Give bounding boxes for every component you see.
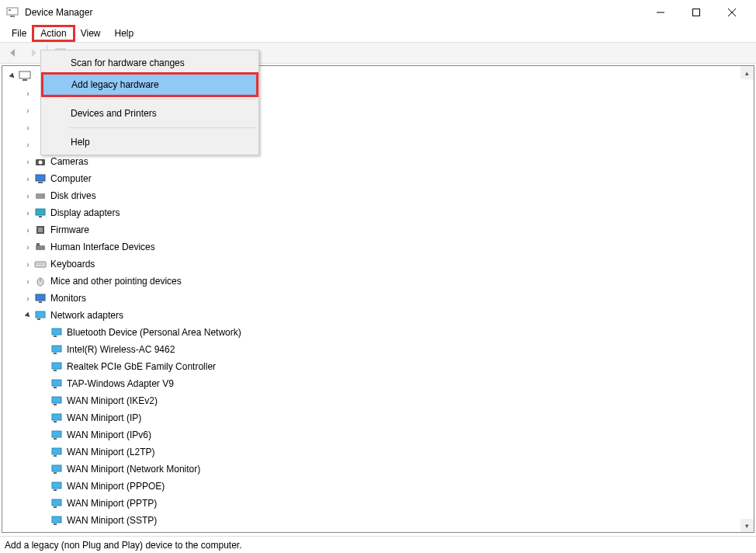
keyboard-icon (34, 258, 47, 270)
chevron-right-icon[interactable]: › (23, 139, 33, 150)
svg-rect-35 (52, 363, 61, 369)
net-ipv6[interactable]: WAN Miniport (IPv6) (2, 426, 754, 443)
network-adapter-icon (50, 395, 63, 407)
tree-label: Network adapters (50, 310, 123, 321)
svg-rect-2 (10, 16, 15, 17)
svg-rect-52 (54, 506, 57, 508)
tree-label: Disk drives (50, 190, 96, 201)
svg-point-16 (43, 196, 44, 197)
net-netmon[interactable]: WAN Miniport (Network Monitor) (2, 461, 754, 478)
tree-label: WAN Miniport (IP) (67, 412, 141, 423)
net-sstp[interactable]: WAN Miniport (SSTP) (2, 512, 754, 529)
net-bluetooth[interactable]: Bluetooth Device (Personal Area Network) (2, 324, 754, 341)
svg-rect-46 (54, 455, 57, 457)
svg-rect-44 (54, 438, 57, 440)
net-pptp[interactable]: WAN Miniport (PPTP) (2, 495, 754, 512)
scroll-up-button[interactable]: ▴ (740, 66, 754, 79)
network-adapter-icon (50, 377, 63, 390)
net-intel[interactable]: Intel(R) Wireless-AC 9462 (2, 341, 754, 358)
tree-label: Human Interface Devices (50, 242, 155, 252)
chevron-right-icon[interactable]: › (23, 88, 33, 99)
svg-rect-10 (23, 79, 27, 81)
minimize-button[interactable] (643, 0, 678, 25)
network-adapter-icon (50, 429, 63, 441)
svg-rect-39 (52, 397, 61, 403)
net-l2tp[interactable]: WAN Miniport (L2TP) (2, 443, 754, 461)
menu-view[interactable]: View (74, 26, 108, 40)
svg-rect-29 (36, 311, 45, 318)
net-pppoe[interactable]: WAN Miniport (PPPOE) (2, 478, 754, 495)
svg-rect-20 (38, 228, 43, 232)
net-realtek[interactable]: Realtek PCIe GbE Family Controller (2, 358, 754, 375)
chevron-right-icon[interactable]: › (23, 224, 33, 235)
scroll-down-button[interactable]: ▾ (740, 519, 754, 532)
chevron-right-icon[interactable]: › (23, 173, 33, 184)
close-button[interactable] (714, 0, 750, 25)
network-adapter-icon (50, 343, 63, 356)
camera-icon (34, 155, 47, 168)
svg-rect-53 (52, 516, 61, 523)
chevron-right-icon[interactable]: › (23, 122, 33, 133)
chevron-right-icon[interactable]: › (23, 156, 33, 167)
maximize-button[interactable] (678, 0, 714, 25)
net-ikev2[interactable]: WAN Miniport (IKEv2) (2, 392, 754, 409)
chevron-right-icon[interactable]: › (23, 105, 33, 116)
chevron-right-icon[interactable]: › (23, 276, 33, 287)
menu-scan-hardware[interactable]: Scan for hardware changes (43, 52, 257, 74)
network-adapter-icon (50, 497, 63, 510)
display-icon (34, 207, 47, 219)
chevron-right-icon[interactable]: › (23, 190, 33, 201)
action-dropdown-menu: Scan for hardware changes Add legacy har… (40, 50, 259, 155)
tree-display-adapters[interactable]: › Display adapters (2, 204, 754, 221)
network-adapter-icon (50, 446, 63, 458)
svg-rect-41 (52, 414, 61, 420)
menu-separator (69, 99, 255, 99)
forward-button[interactable] (25, 44, 42, 61)
tree-label: TAP-Windows Adapter V9 (67, 378, 174, 389)
menu-devices-printers[interactable]: Devices and Printers (43, 103, 257, 124)
tree-cameras[interactable]: › Cameras (2, 153, 754, 170)
menu-help[interactable]: Help (108, 26, 141, 40)
tree-label: Intel(R) Wireless-AC 9462 (67, 344, 175, 355)
tree-label: Bluetooth Device (Personal Area Network) (67, 327, 241, 338)
chevron-right-icon[interactable]: › (23, 242, 33, 252)
chevron-right-icon[interactable]: › (23, 259, 33, 270)
tree-label: Display adapters (50, 207, 120, 218)
menu-action[interactable]: Action (33, 26, 73, 40)
svg-rect-28 (39, 301, 42, 303)
svg-rect-51 (52, 499, 61, 506)
svg-rect-47 (52, 465, 61, 471)
tree-label: Firmware (50, 224, 89, 235)
svg-rect-54 (54, 523, 57, 525)
tree-firmware[interactable]: › Firmware (2, 221, 754, 238)
tree-hid[interactable]: › Human Interface Devices (2, 238, 754, 256)
menu-file[interactable]: File (5, 26, 33, 40)
tree-label: WAN Miniport (IKEv2) (67, 395, 158, 406)
chevron-right-icon[interactable]: › (23, 207, 33, 218)
net-ip[interactable]: WAN Miniport (IP) (2, 409, 754, 426)
expander-icon[interactable] (7, 71, 18, 82)
menu-help[interactable]: Help (43, 131, 257, 153)
tree-keyboards[interactable]: › Keyboards (2, 256, 754, 273)
network-adapter-icon (50, 514, 63, 527)
tree-disk-drives[interactable]: › Disk drives (2, 187, 754, 204)
statusbar: Add a legacy (non Plug and Play) device … (0, 536, 756, 553)
tree-label: WAN Miniport (PPTP) (67, 498, 157, 509)
svg-rect-9 (19, 71, 30, 78)
tree-monitors[interactable]: › Monitors (2, 290, 754, 307)
tree-label: Keyboards (50, 259, 95, 270)
chevron-down-icon[interactable] (23, 310, 33, 321)
svg-rect-31 (52, 329, 61, 335)
chevron-right-icon[interactable]: › (23, 293, 33, 304)
mouse-icon (34, 275, 47, 287)
menu-add-legacy-hardware[interactable]: Add legacy hardware (43, 74, 257, 96)
computer-icon (34, 172, 47, 185)
tree-mice[interactable]: › Mice and other pointing devices (2, 273, 754, 290)
network-adapter-icon (50, 326, 63, 339)
net-tap[interactable]: TAP-Windows Adapter V9 (2, 375, 754, 392)
tree-network-adapters[interactable]: Network adapters (2, 307, 754, 324)
back-button[interactable] (5, 44, 22, 61)
tree-computer[interactable]: › Computer (2, 170, 754, 187)
svg-rect-33 (52, 346, 61, 352)
network-adapter-icon (50, 360, 63, 373)
